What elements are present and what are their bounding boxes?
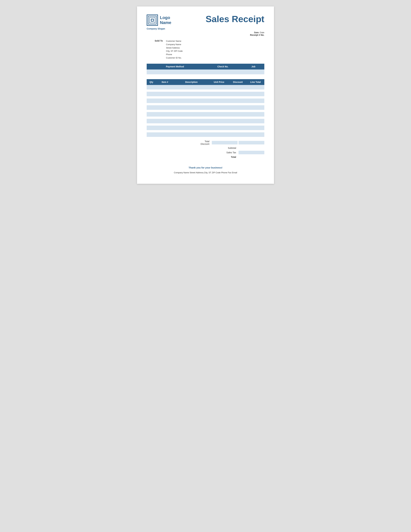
table-row-spacer [147, 130, 264, 132]
item-header: Item # [156, 79, 174, 85]
date-info: Date: Date Receipt # No. [147, 31, 264, 36]
payment-method-cell [147, 69, 203, 74]
customer-id: Customer ID No. [166, 56, 183, 60]
logo-area: Logo Name [147, 15, 171, 26]
city-state-zip: City, ST ZIP Code [166, 49, 183, 53]
table-row [147, 132, 264, 137]
table-row-spacer [147, 96, 264, 98]
discount-header: Discount [229, 79, 247, 85]
svg-rect-4 [151, 19, 153, 21]
sold-to-section: Sold To Customer Name Company Name Stree… [147, 39, 264, 60]
subtotal-label: Subtotal [197, 147, 239, 149]
items-table: Qty Item # Description Unit Price Discou… [147, 79, 264, 137]
totals-section: Total Discount Subtotal Sales Tax Total [147, 140, 264, 160]
header: Logo Name Sales Receipt [147, 15, 264, 26]
street-address: Street Address [166, 46, 183, 50]
job-cell [243, 69, 264, 74]
logo-text: Logo Name [160, 15, 171, 25]
phone: Phone [166, 53, 183, 56]
thank-you-text: Thank you for your business! [147, 166, 264, 169]
total-label: Total [197, 156, 239, 158]
table-row [147, 126, 264, 130]
discount-box-2 [239, 141, 264, 144]
receipt-title: Sales Receipt [206, 15, 264, 24]
table-row-spacer [147, 123, 264, 126]
footer-address: Company Name Street Address,City, ST ZIP… [147, 171, 264, 174]
unit-price-header: Unit Price [209, 79, 229, 85]
sold-to-info: Customer Name Company Name Street Addres… [166, 39, 183, 60]
check-no-cell [203, 69, 243, 74]
description-header: Description [174, 79, 209, 85]
table-row [147, 98, 264, 103]
table-row [147, 92, 264, 96]
job-header: Job [243, 64, 264, 69]
discount-boxes [212, 141, 264, 144]
total-row: Total [197, 155, 264, 159]
qty-header: Qty [147, 79, 156, 85]
company-name: Company Name [166, 43, 183, 46]
receipt-number: Receipt # No. [147, 34, 264, 36]
table-row-spacer [147, 110, 264, 112]
table-row-spacer [147, 89, 264, 92]
table-row [147, 105, 264, 110]
date-value: Date [260, 31, 264, 34]
receipt-page: Logo Name Sales Receipt Company Slogan D… [137, 6, 274, 184]
total-discount-label: Total Discount [197, 140, 212, 145]
table-row-spacer [147, 103, 264, 105]
table-row [147, 85, 264, 89]
discount-box-1 [212, 141, 238, 144]
customer-name: Customer Name [166, 39, 183, 43]
sold-to-label: Sold To [147, 39, 166, 60]
check-no-header: Check No. [203, 64, 243, 69]
payment-row [147, 69, 264, 74]
payment-table: Payment Method Check No. Job [147, 64, 264, 74]
company-slogan: Company Slogan [147, 28, 264, 30]
table-row [147, 112, 264, 116]
total-discount-row: Total Discount [197, 140, 264, 145]
sales-tax-row: Sales Tax [197, 151, 264, 154]
subtotal-row: Subtotal [197, 146, 264, 150]
table-row-spacer [147, 116, 264, 119]
line-total-header: Line Total [247, 79, 264, 85]
sales-tax-value [239, 151, 264, 154]
sales-tax-label: Sales Tax [197, 151, 239, 154]
title-area: Sales Receipt [206, 15, 264, 24]
logo-icon [147, 15, 158, 26]
date-label: Date: [254, 31, 259, 34]
table-row [147, 119, 264, 123]
subtotal-value [239, 146, 264, 150]
payment-method-header: Payment Method [147, 64, 203, 69]
totals-table: Total Discount Subtotal Sales Tax Total [197, 140, 264, 160]
total-value [239, 155, 264, 159]
